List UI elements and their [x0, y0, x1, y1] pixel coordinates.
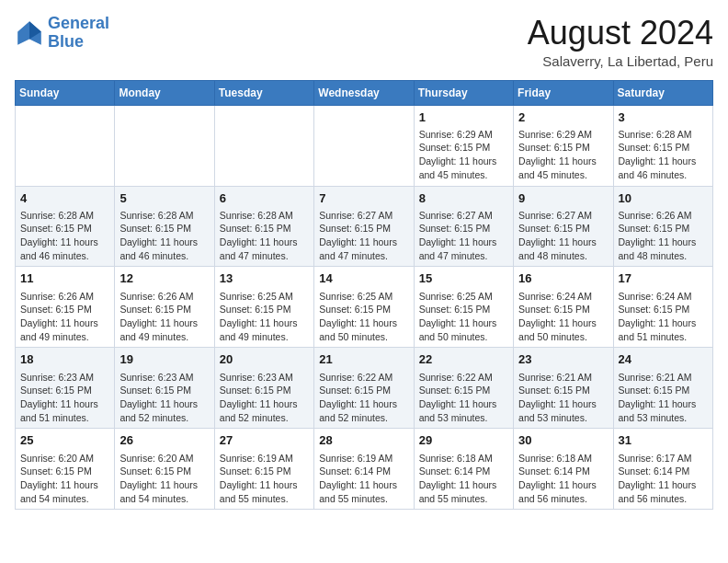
day-number: 4: [20, 190, 109, 207]
day-info: Sunrise: 6:22 AMSunset: 6:15 PMDaylight:…: [319, 371, 408, 425]
day-number: 27: [220, 432, 309, 449]
day-number: 19: [119, 351, 209, 368]
day-number: 25: [20, 432, 109, 449]
day-info: Sunrise: 6:25 AMSunset: 6:15 PMDaylight:…: [319, 290, 408, 344]
day-number: 18: [20, 351, 109, 368]
header-cell-monday: Monday: [115, 80, 214, 105]
day-info: Sunrise: 6:17 AMSunset: 6:14 PMDaylight:…: [619, 452, 708, 506]
day-cell: 18Sunrise: 6:23 AMSunset: 6:15 PMDayligh…: [16, 348, 115, 429]
day-number: 13: [220, 270, 309, 287]
day-number: 30: [518, 432, 608, 449]
calendar-header: SundayMondayTuesdayWednesdayThursdayFrid…: [16, 80, 713, 105]
day-info: Sunrise: 6:23 AMSunset: 6:15 PMDaylight:…: [20, 371, 109, 425]
day-cell: 29Sunrise: 6:18 AMSunset: 6:14 PMDayligh…: [414, 429, 513, 510]
day-cell: [214, 105, 313, 186]
day-info: Sunrise: 6:19 AMSunset: 6:14 PMDaylight:…: [319, 452, 408, 506]
day-cell: 5Sunrise: 6:28 AMSunset: 6:15 PMDaylight…: [115, 186, 214, 267]
day-number: 10: [619, 190, 708, 207]
day-cell: 4Sunrise: 6:28 AMSunset: 6:15 PMDaylight…: [16, 186, 115, 267]
day-number: 29: [419, 432, 508, 449]
day-cell: 16Sunrise: 6:24 AMSunset: 6:15 PMDayligh…: [514, 267, 613, 348]
day-number: 20: [220, 351, 309, 368]
day-number: 11: [20, 270, 109, 287]
week-row-4: 18Sunrise: 6:23 AMSunset: 6:15 PMDayligh…: [16, 348, 713, 429]
day-number: 28: [319, 432, 408, 449]
day-cell: 11Sunrise: 6:26 AMSunset: 6:15 PMDayligh…: [16, 267, 115, 348]
day-info: Sunrise: 6:26 AMSunset: 6:15 PMDaylight:…: [619, 209, 708, 263]
day-info: Sunrise: 6:27 AMSunset: 6:15 PMDaylight:…: [518, 209, 608, 263]
day-info: Sunrise: 6:28 AMSunset: 6:15 PMDaylight:…: [20, 209, 109, 263]
week-row-1: 1Sunrise: 6:29 AMSunset: 6:15 PMDaylight…: [16, 105, 713, 186]
main-title: August 2024: [528, 15, 713, 52]
day-cell: 23Sunrise: 6:21 AMSunset: 6:15 PMDayligh…: [514, 348, 613, 429]
day-info: Sunrise: 6:20 AMSunset: 6:15 PMDaylight:…: [20, 452, 109, 506]
day-cell: 1Sunrise: 6:29 AMSunset: 6:15 PMDaylight…: [414, 105, 513, 186]
day-info: Sunrise: 6:28 AMSunset: 6:15 PMDaylight:…: [619, 128, 708, 182]
day-info: Sunrise: 6:26 AMSunset: 6:15 PMDaylight:…: [119, 290, 209, 344]
day-info: Sunrise: 6:20 AMSunset: 6:15 PMDaylight:…: [119, 452, 209, 506]
logo: General Blue: [15, 15, 109, 52]
day-cell: 19Sunrise: 6:23 AMSunset: 6:15 PMDayligh…: [115, 348, 214, 429]
subtitle: Salaverry, La Libertad, Peru: [528, 53, 713, 69]
day-number: 14: [319, 270, 408, 287]
day-number: 15: [419, 270, 508, 287]
day-cell: 20Sunrise: 6:23 AMSunset: 6:15 PMDayligh…: [214, 348, 313, 429]
week-row-5: 25Sunrise: 6:20 AMSunset: 6:15 PMDayligh…: [16, 429, 713, 510]
day-info: Sunrise: 6:27 AMSunset: 6:15 PMDaylight:…: [419, 209, 508, 263]
day-info: Sunrise: 6:28 AMSunset: 6:15 PMDaylight:…: [220, 209, 309, 263]
day-info: Sunrise: 6:27 AMSunset: 6:15 PMDaylight:…: [319, 209, 408, 263]
day-cell: 21Sunrise: 6:22 AMSunset: 6:15 PMDayligh…: [314, 348, 414, 429]
calendar-table: SundayMondayTuesdayWednesdayThursdayFrid…: [15, 80, 713, 511]
day-cell: [115, 105, 214, 186]
header-row: SundayMondayTuesdayWednesdayThursdayFrid…: [16, 80, 713, 105]
day-info: Sunrise: 6:19 AMSunset: 6:15 PMDaylight:…: [220, 452, 309, 506]
day-cell: 14Sunrise: 6:25 AMSunset: 6:15 PMDayligh…: [314, 267, 414, 348]
day-number: 16: [518, 270, 608, 287]
calendar-body: 1Sunrise: 6:29 AMSunset: 6:15 PMDaylight…: [16, 105, 713, 510]
day-cell: 27Sunrise: 6:19 AMSunset: 6:15 PMDayligh…: [214, 429, 313, 510]
day-info: Sunrise: 6:24 AMSunset: 6:15 PMDaylight:…: [518, 290, 608, 344]
day-cell: 9Sunrise: 6:27 AMSunset: 6:15 PMDaylight…: [514, 186, 613, 267]
page-header: General Blue August 2024 Salaverry, La L…: [15, 15, 713, 69]
day-cell: [16, 105, 115, 186]
day-cell: 24Sunrise: 6:21 AMSunset: 6:15 PMDayligh…: [613, 348, 712, 429]
title-block: August 2024 Salaverry, La Libertad, Peru: [528, 15, 713, 69]
header-cell-friday: Friday: [514, 80, 613, 105]
day-number: 24: [619, 351, 708, 368]
day-number: 8: [419, 190, 508, 207]
day-cell: 6Sunrise: 6:28 AMSunset: 6:15 PMDaylight…: [214, 186, 313, 267]
day-info: Sunrise: 6:29 AMSunset: 6:15 PMDaylight:…: [518, 128, 608, 182]
day-cell: 10Sunrise: 6:26 AMSunset: 6:15 PMDayligh…: [613, 186, 712, 267]
day-info: Sunrise: 6:18 AMSunset: 6:14 PMDaylight:…: [419, 452, 508, 506]
week-row-2: 4Sunrise: 6:28 AMSunset: 6:15 PMDaylight…: [16, 186, 713, 267]
day-number: 23: [518, 351, 608, 368]
day-number: 9: [518, 190, 608, 207]
day-cell: 12Sunrise: 6:26 AMSunset: 6:15 PMDayligh…: [115, 267, 214, 348]
day-number: 7: [319, 190, 408, 207]
day-number: 2: [518, 109, 608, 126]
day-number: 26: [119, 432, 209, 449]
day-number: 5: [119, 190, 209, 207]
day-cell: 17Sunrise: 6:24 AMSunset: 6:15 PMDayligh…: [613, 267, 712, 348]
day-number: 17: [619, 270, 708, 287]
day-number: 22: [419, 351, 508, 368]
day-cell: 3Sunrise: 6:28 AMSunset: 6:15 PMDaylight…: [613, 105, 712, 186]
day-info: Sunrise: 6:21 AMSunset: 6:15 PMDaylight:…: [619, 371, 708, 425]
day-info: Sunrise: 6:25 AMSunset: 6:15 PMDaylight:…: [419, 290, 508, 344]
day-cell: 30Sunrise: 6:18 AMSunset: 6:14 PMDayligh…: [514, 429, 613, 510]
day-cell: 25Sunrise: 6:20 AMSunset: 6:15 PMDayligh…: [16, 429, 115, 510]
day-cell: 8Sunrise: 6:27 AMSunset: 6:15 PMDaylight…: [414, 186, 513, 267]
header-cell-sunday: Sunday: [16, 80, 115, 105]
header-cell-tuesday: Tuesday: [214, 80, 313, 105]
day-cell: [314, 105, 414, 186]
day-info: Sunrise: 6:23 AMSunset: 6:15 PMDaylight:…: [220, 371, 309, 425]
logo-icon: [15, 18, 44, 48]
day-cell: 31Sunrise: 6:17 AMSunset: 6:14 PMDayligh…: [613, 429, 712, 510]
day-cell: 15Sunrise: 6:25 AMSunset: 6:15 PMDayligh…: [414, 267, 513, 348]
day-cell: 7Sunrise: 6:27 AMSunset: 6:15 PMDaylight…: [314, 186, 414, 267]
day-info: Sunrise: 6:26 AMSunset: 6:15 PMDaylight:…: [20, 290, 109, 344]
header-cell-saturday: Saturday: [613, 80, 712, 105]
day-number: 3: [619, 109, 708, 126]
day-number: 6: [220, 190, 309, 207]
day-info: Sunrise: 6:23 AMSunset: 6:15 PMDaylight:…: [119, 371, 209, 425]
